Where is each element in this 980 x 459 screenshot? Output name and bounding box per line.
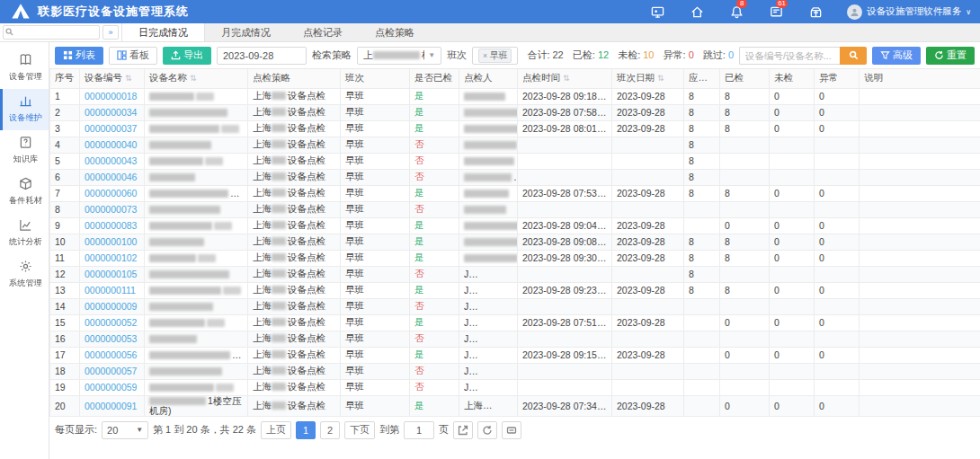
device-no-link[interactable]: 0000000060 [85,188,137,199]
device-no-link[interactable]: 0000000009 [85,301,137,312]
bell-icon[interactable]: 8 [728,4,744,20]
sidebar-expand-button[interactable]: » [102,25,119,40]
sidebar-item[interactable]: 设备维护 [0,89,49,130]
strategy-select[interactable]: 上检【ST00000003】 ▼ [357,47,441,65]
table-cell: 0 [770,120,815,137]
message-icon[interactable]: 61 [768,4,784,20]
checked-status: 否 [414,365,424,375]
device-no-link[interactable]: 0000000053 [85,333,137,344]
advanced-filter-button[interactable]: 高级 [872,47,921,65]
device-no-link[interactable]: 0000000018 [85,91,137,102]
sort-icon[interactable]: ⇅ [190,74,197,83]
shift-tag[interactable]: ×早班 [478,49,512,63]
device-no-link[interactable]: 0000000046 [85,172,137,182]
device-no-link[interactable]: 0000000102 [85,252,137,263]
column-header[interactable]: 设备名称⇅ [145,69,248,88]
jump-page-input[interactable] [404,421,434,439]
export-button[interactable]: 导出 [163,47,211,65]
device-no-link[interactable]: 0000000034 [85,107,137,118]
reset-button[interactable]: 重置 [926,47,975,65]
sort-icon[interactable]: ⇅ [710,74,717,83]
prev-page-button[interactable]: 上页 [261,421,291,439]
column-header[interactable]: 设备编号⇅ [80,69,145,88]
display-settings-icon[interactable] [502,421,521,439]
redacted-text [221,125,239,133]
device-no-link[interactable]: 0000000057 [85,366,137,376]
redacted-text [464,125,518,133]
device-no-link[interactable]: 0000000083 [85,220,137,231]
sidebar-item[interactable]: 知识库 [0,130,49,172]
stat-item: 未检: 10 [618,49,654,62]
column-header[interactable]: 班次日期⇅ [612,69,684,88]
remove-tag-icon[interactable]: × [483,51,487,60]
sidebar-item[interactable]: 备件耗材 [0,172,49,213]
device-no-link[interactable]: 0000000111 [85,285,136,296]
board-view-button[interactable]: 看板 [109,47,157,65]
search-button[interactable] [840,47,867,65]
gift-icon[interactable] [807,4,824,20]
checked-status: 否 [414,171,424,181]
table-cell [720,153,770,169]
column-header: 是否已检 [410,69,459,88]
table-cell [612,298,684,314]
sidebar-item[interactable]: 统计分析 [0,213,49,254]
system-icon [19,264,32,275]
redacted-text [464,190,509,198]
table-cell [815,266,860,282]
sidebar-item[interactable]: 设备管理 [0,48,49,89]
date-picker[interactable] [217,47,307,65]
table-cell: 0 [720,395,770,416]
tab-3[interactable]: 点检记录 [287,23,359,41]
device-no-link[interactable]: 0000000052 [85,317,137,328]
sort-icon[interactable]: ⇅ [657,74,664,83]
table-cell: 是 [410,88,459,104]
table-row: 100000000100上海设备点检早班是2023-09-28 09:08:50… [50,234,980,250]
shift-tag-input[interactable]: ×早班 [472,47,518,65]
table-cell: 否 [410,379,459,395]
monitor-icon[interactable] [649,4,665,20]
device-search-input[interactable] [739,47,840,65]
page-button-1[interactable]: 1 [296,421,316,439]
table-cell [770,363,815,379]
table-cell: 2023-09-28 [612,120,684,137]
device-no-link[interactable]: 0000000100 [85,236,137,247]
sidebar-item[interactable]: 系统管理 [0,254,49,296]
sort-icon[interactable]: ⇅ [563,74,570,83]
tab-4[interactable]: 点检策略 [359,23,431,41]
column-header[interactable]: 点检时间⇅ [518,69,612,88]
per-page-select[interactable]: 20 ▼ [102,421,148,439]
table-cell [860,104,980,120]
device-no-link[interactable]: 0000000040 [85,139,137,150]
device-no-link[interactable]: 0000000056 [85,349,137,360]
device-no-link[interactable]: 0000000091 [85,401,137,411]
column-header[interactable]: 应检⇅ [684,69,720,88]
next-page-button[interactable]: 下页 [344,421,375,439]
sidebar-search-input[interactable] [3,25,100,40]
date-input[interactable] [223,50,300,61]
device-no-link[interactable]: 0000000073 [85,204,137,215]
page-button-2[interactable]: 2 [320,421,340,439]
sort-icon[interactable]: ⇅ [125,74,132,83]
table-cell: 上海设备点检 [248,153,341,169]
refresh-icon[interactable] [477,421,497,439]
home-icon[interactable] [689,4,705,20]
table-cell: 早班 [341,298,410,314]
column-header: 已检 [720,69,770,88]
redacted-text [149,319,205,327]
device-no-link[interactable]: 0000000043 [85,155,137,166]
table-row: 30000000037上海设备点检早班是2023-09-28 08:01:582… [50,120,980,137]
device-no-link[interactable]: 0000000059 [85,382,137,393]
tab-1[interactable]: 日完成情况 [122,23,205,41]
table-cell [145,298,248,314]
table-cell: 是 [410,217,459,234]
table-cell [684,331,720,347]
export-page-icon[interactable] [453,421,473,439]
list-view-button[interactable]: 列表 [55,47,103,65]
tab-2[interactable]: 月完成情况 [205,23,287,41]
user-menu[interactable]: 设备设施管理软件服务 ∨ [847,4,971,20]
device-no-link[interactable]: 0000000105 [85,269,137,279]
table-row: 50000000043上海设备点检早班否8 [50,153,980,169]
redacted-text [149,384,214,392]
table-cell: 上海设备点检 [248,185,341,201]
device-no-link[interactable]: 0000000037 [85,123,137,134]
